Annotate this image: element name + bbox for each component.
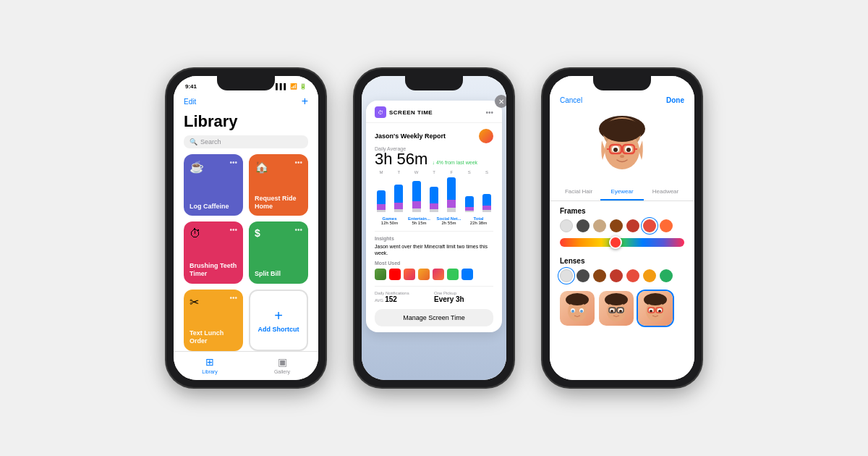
st-header-left: ⏱ SCREEN TIME xyxy=(375,106,433,118)
memoji-thumbnails xyxy=(550,291,694,326)
tile-dots[interactable]: ••• xyxy=(294,159,302,166)
svg-point-23 xyxy=(606,294,626,305)
pickup-value: Every 3h xyxy=(434,295,493,303)
svg-point-6 xyxy=(613,148,618,152)
shortcut-tile-caffeine[interactable]: ••• ☕ Log Caffeine xyxy=(184,154,243,216)
shortcuts-grid: ••• ☕ Log Caffeine ••• 🏠 Request Ride Ho… xyxy=(174,154,318,351)
insights-text: Jason went over their Minecraft limit tw… xyxy=(375,243,493,256)
bar-group-S2 xyxy=(480,194,493,212)
color-dot-4[interactable] xyxy=(610,219,623,232)
lens-color-dot-6[interactable] xyxy=(643,269,656,282)
lens-color-dot-2[interactable] xyxy=(576,269,590,282)
memoji-screen: Cancel Done xyxy=(550,76,694,380)
st-body: Jason's Weekly Report Daily Average 3h 5… xyxy=(366,123,502,332)
tile-dots[interactable]: ••• xyxy=(229,159,237,166)
st-more-dots[interactable]: ••• xyxy=(485,109,493,117)
day-T2: T xyxy=(427,170,441,174)
tile-dots[interactable]: ••• xyxy=(229,294,237,302)
library-title: Library xyxy=(174,112,318,135)
bar-group-W xyxy=(410,181,423,212)
memoji-thumb-1[interactable] xyxy=(560,291,595,326)
app-icons-row xyxy=(375,269,493,280)
color-dot-5[interactable] xyxy=(626,219,639,232)
color-dot-7[interactable] xyxy=(660,219,673,232)
lens-color-dot-4[interactable] xyxy=(610,269,623,282)
bar-group-M xyxy=(375,190,388,212)
avg-value: 152 xyxy=(385,295,397,303)
lenses-color-picker xyxy=(560,269,684,282)
screen-time-header: ⏱ SCREEN TIME ••• xyxy=(366,101,502,123)
shortcuts-screen: 9:41 ▌▌▌ 📶 🔋 Edit + Library 🔍 Search ••• xyxy=(174,76,318,380)
color-dot-1[interactable] xyxy=(560,219,573,232)
tab-library-label: Library xyxy=(202,369,217,374)
tab-bar: ⊞ Library ▣ Gallery xyxy=(174,351,318,380)
color-dot-6[interactable] xyxy=(643,219,656,232)
bar-group-T1 xyxy=(392,185,405,212)
day-T1: T xyxy=(392,170,405,174)
wifi-icon: 📶 xyxy=(290,83,297,90)
frames-color-slider[interactable] xyxy=(560,238,684,247)
lens-color-dot-3[interactable] xyxy=(593,269,606,282)
svg-point-13 xyxy=(620,155,624,158)
shortcuts-header: Edit + xyxy=(174,93,318,112)
app-icon-minecraft xyxy=(375,269,386,280)
cancel-button[interactable]: Cancel xyxy=(560,96,582,104)
app-icon-5 xyxy=(447,269,459,280)
notch xyxy=(405,76,463,90)
cat-total: Total 22h 38m xyxy=(464,216,493,225)
tab-gallery[interactable]: ▣ Gallery xyxy=(246,356,318,374)
stat-pickup: One Pickup Every 3h xyxy=(434,291,493,303)
add-plus-icon: + xyxy=(274,308,283,324)
notch xyxy=(217,76,275,90)
signal-icon: ▌▌▌ xyxy=(276,83,288,90)
svg-point-16 xyxy=(567,294,587,305)
close-button[interactable]: ✕ xyxy=(495,95,506,108)
lens-color-dot-5[interactable] xyxy=(626,269,639,282)
stat-notifications: Daily Notifications AVG 152 xyxy=(375,291,434,303)
edit-button[interactable]: Edit xyxy=(184,98,196,106)
memoji-tabs: Facial Hair Eyewear Headwear xyxy=(550,184,694,201)
most-used-label: Most Used xyxy=(375,261,493,266)
add-shortcut-nav-button[interactable]: + xyxy=(302,95,308,108)
shortcut-tile-brushing[interactable]: ••• ⏱ Brushing Teeth Timer xyxy=(184,221,243,283)
st-change-text: 4% from last week xyxy=(436,160,477,165)
manage-screen-time-button[interactable]: Manage Screen Time xyxy=(375,309,493,326)
screen-time-app-icon: ⏱ xyxy=(375,106,386,118)
memoji-thumb-2[interactable] xyxy=(599,291,634,326)
st-categories: Games 12h 50m Entertain... 5h 15m Social… xyxy=(375,216,493,225)
color-dot-3[interactable] xyxy=(593,219,606,232)
color-dot-2[interactable] xyxy=(576,219,590,232)
tile-label: Log Caffeine xyxy=(190,203,237,211)
tab-eyewear[interactable]: Eyewear xyxy=(600,184,644,200)
bar-group-S1 xyxy=(463,196,476,212)
search-placeholder: Search xyxy=(200,138,221,145)
lenses-title: Lenses xyxy=(560,257,684,265)
st-bottom-stats: Daily Notifications AVG 152 One Pickup E… xyxy=(375,286,493,303)
svg-point-20 xyxy=(580,310,583,313)
st-report-title: Jason's Weekly Report xyxy=(375,132,446,140)
insights-label: Insights xyxy=(375,236,493,241)
tile-dots[interactable]: ••• xyxy=(229,226,237,234)
notch xyxy=(593,76,651,90)
tile-dots[interactable]: ••• xyxy=(294,226,302,234)
slider-thumb[interactable] xyxy=(609,236,622,249)
st-avatar xyxy=(479,129,493,143)
shortcut-tile-splitbill[interactable]: ••• $ Split Bill xyxy=(249,221,308,283)
day-S2: S xyxy=(480,170,493,174)
shortcut-tile-ride[interactable]: ••• 🏠 Request Ride Home xyxy=(249,154,308,216)
lens-color-dot-7[interactable] xyxy=(660,269,673,282)
memoji-thumb-3[interactable] xyxy=(638,291,673,326)
tab-facial-hair[interactable]: Facial Hair xyxy=(557,184,600,200)
tab-headwear[interactable]: Headwear xyxy=(644,184,687,200)
add-shortcut-tile[interactable]: + Add Shortcut xyxy=(249,290,308,351)
svg-point-19 xyxy=(571,310,574,313)
done-button[interactable]: Done xyxy=(666,96,684,104)
cat-games: Games 12h 50m xyxy=(375,216,404,225)
st-bar-chart xyxy=(375,176,493,212)
day-M: M xyxy=(375,170,388,174)
st-insights: Insights Jason went over their Minecraft… xyxy=(375,231,493,256)
search-bar[interactable]: 🔍 Search xyxy=(184,135,308,148)
shortcut-tile-lunch[interactable]: ••• ✂ Text Lunch Order xyxy=(184,290,243,351)
tab-library[interactable]: ⊞ Library xyxy=(174,356,246,374)
lens-color-dot-1[interactable] xyxy=(560,269,573,282)
